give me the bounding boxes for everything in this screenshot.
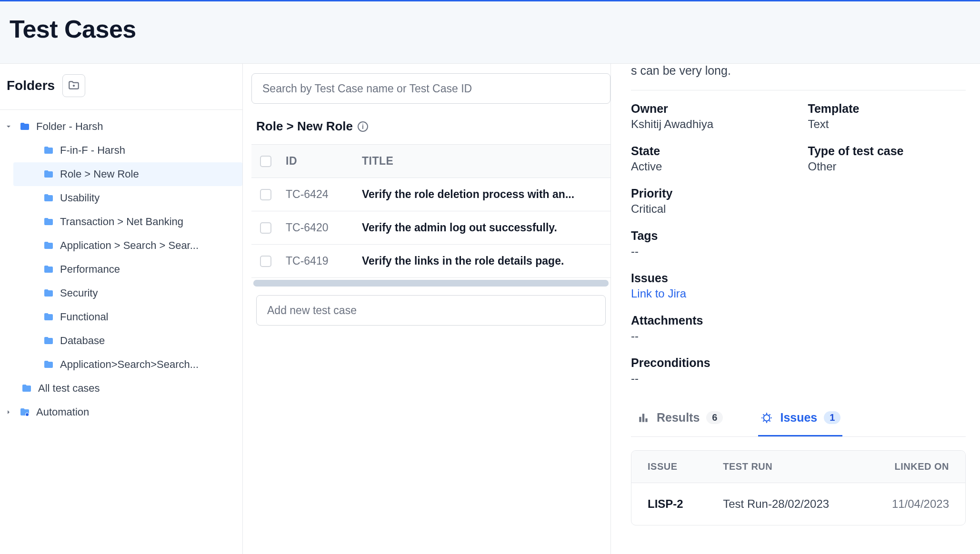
select-all-checkbox[interactable] (260, 156, 271, 167)
table-row[interactable]: TC-6420 Verify the admin log out success… (251, 211, 610, 245)
svg-rect-3 (642, 414, 644, 422)
details-panel: s can be very long. Owner Kshitij Awadhi… (610, 64, 980, 554)
folder-icon (21, 383, 32, 394)
col-run: TEST RUN (723, 461, 860, 472)
folder-icon (43, 145, 54, 156)
meta-value: Other (808, 160, 966, 173)
folder-icon (43, 335, 54, 346)
folder-icon (43, 192, 54, 204)
cell-run: Test Run-28/02/2023 (723, 497, 860, 511)
meta-label: Type of test case (808, 144, 966, 158)
tree-label: Role > New Role (60, 168, 139, 180)
cell-id: TC-6420 (280, 221, 356, 234)
details-tabs: Results 6 Issues 1 (631, 402, 966, 437)
table-row[interactable]: TC-6419 Verify the links in the role det… (251, 245, 610, 278)
tree-item-child[interactable]: F-in-F - Harsh (0, 138, 242, 162)
row-checkbox[interactable] (260, 222, 271, 234)
search-input[interactable]: Search by Test Case name or Test Case ID (251, 73, 610, 104)
cell-title: Verify the admin log out successfully. (356, 221, 610, 234)
tree-item-root[interactable]: Folder - Harsh (0, 115, 242, 138)
sidebar: Folders (0, 64, 243, 554)
table-header: ID TITLE (251, 145, 610, 178)
breadcrumb: Role > New Role i (251, 115, 610, 144)
meta-attachments: Attachments -- (631, 314, 966, 343)
add-folder-icon (68, 79, 80, 93)
tree-item-child[interactable]: Application>Search>Search... (0, 353, 242, 376)
page-title: Test Cases (10, 15, 970, 43)
meta-tags: Tags -- (631, 229, 966, 258)
tree-item-automation[interactable]: Automation (0, 400, 242, 424)
cell-id: TC-6419 (280, 255, 356, 267)
cell-title: Verify the role deletion process with an… (356, 188, 610, 201)
meta-label: Issues (631, 271, 966, 285)
divider (631, 90, 966, 90)
table-row[interactable]: TC-6424 Verify the role deletion process… (251, 178, 610, 211)
bar-chart-icon (637, 411, 650, 425)
tree-label: Functional (60, 311, 109, 323)
tree-item-child[interactable]: Transaction > Net Banking (0, 210, 242, 234)
folder-icon (43, 264, 54, 275)
tab-results[interactable]: Results 6 (635, 402, 725, 436)
test-case-list: Search by Test Case name or Test Case ID… (243, 64, 610, 554)
tree-label: Automation (36, 406, 89, 418)
meta-owner: Owner Kshitij Awadhiya (631, 102, 789, 131)
col-id: ID (280, 155, 356, 168)
meta-value: -- (631, 372, 966, 385)
bug-icon (760, 411, 773, 425)
meta-value: Critical (631, 202, 966, 216)
tree-item-child[interactable]: Database (0, 329, 242, 353)
cell-linked: 11/04/2023 (860, 497, 949, 511)
row-checkbox[interactable] (260, 189, 271, 200)
issues-table-header: ISSUE TEST RUN LINKED ON (631, 451, 965, 483)
jira-link[interactable]: Link to Jira (631, 287, 966, 300)
meta-value: -- (631, 245, 966, 258)
tree-item-child[interactable]: Performance (0, 257, 242, 281)
meta-value: -- (631, 329, 966, 343)
tab-count: 1 (824, 411, 840, 424)
test-case-table: ID TITLE TC-6424 Verify the role deletio… (251, 144, 610, 278)
row-checkbox[interactable] (260, 256, 271, 267)
folder-gear-icon (19, 406, 30, 418)
tree-label: Transaction > Net Banking (60, 216, 183, 228)
cell-title: Verify the links in the role details pag… (356, 255, 610, 267)
tree-item-child-active[interactable]: Role > New Role (13, 162, 242, 186)
tree-item-child[interactable]: Functional (0, 305, 242, 329)
page-header: Test Cases (0, 1, 980, 64)
tree-label: Database (60, 335, 105, 347)
svg-point-1 (26, 413, 29, 416)
cell-issue: LISP-2 (648, 497, 723, 511)
horizontal-scrollbar[interactable] (253, 280, 609, 287)
tree-item-child[interactable]: Application > Search > Sear... (0, 234, 242, 257)
meta-value: Kshitij Awadhiya (631, 118, 789, 131)
tree-item-child[interactable]: Security (0, 281, 242, 305)
svg-rect-4 (645, 418, 647, 422)
folder-icon (19, 121, 30, 132)
meta-issues: Issues Link to Jira (631, 271, 966, 300)
folder-tree: Folder - Harsh F-in-F - Harsh Role > New… (0, 109, 242, 424)
meta-priority: Priority Critical (631, 187, 966, 216)
info-icon[interactable]: i (358, 121, 368, 132)
tab-count: 6 (706, 411, 723, 424)
tab-issues[interactable]: Issues 1 (758, 402, 842, 436)
cell-id: TC-6424 (280, 188, 356, 201)
tree-label: Folder - Harsh (36, 120, 103, 133)
meta-value: Active (631, 160, 789, 173)
meta-template: Template Text (808, 102, 966, 131)
tree-label: F-in-F - Harsh (60, 144, 125, 157)
description-overflow: s can be very long. (631, 64, 966, 86)
folder-icon (43, 216, 54, 228)
meta-state: State Active (631, 144, 789, 173)
svg-rect-2 (639, 416, 641, 422)
tree-item-child[interactable]: Usability (0, 186, 242, 210)
tree-label: Application>Search>Search... (60, 358, 199, 371)
issues-table-row[interactable]: LISP-2 Test Run-28/02/2023 11/04/2023 (631, 483, 965, 525)
add-folder-button[interactable] (62, 74, 85, 97)
tree-item-all[interactable]: All test cases (0, 376, 242, 400)
tab-label: Results (657, 411, 700, 425)
search-placeholder: Search by Test Case name or Test Case ID (262, 82, 472, 95)
add-testcase-input[interactable]: Add new test case (256, 295, 606, 326)
scrollbar-thumb[interactable] (253, 280, 609, 287)
meta-label: Attachments (631, 314, 966, 327)
tree-label: Performance (60, 263, 120, 276)
folder-icon (43, 311, 54, 323)
